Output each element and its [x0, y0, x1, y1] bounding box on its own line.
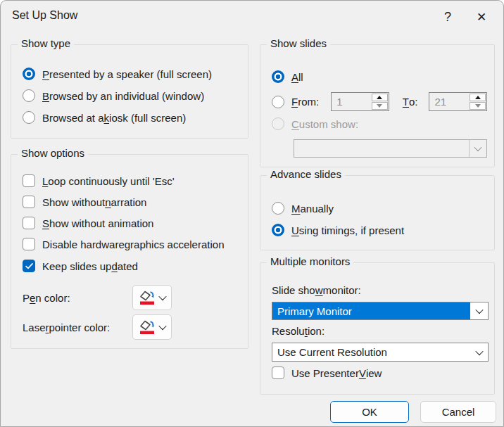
- slide-show-monitor-chevron[interactable]: [470, 302, 488, 319]
- group-show-type: Show type Presented by a speaker (full s…: [11, 44, 248, 139]
- group-show-slides-legend: Show slides: [267, 37, 330, 49]
- arrow-down-icon: [475, 104, 481, 108]
- group-multiple-monitors-legend: Multiple monitors: [267, 255, 353, 267]
- pen-color-label: Pen color:: [23, 292, 125, 304]
- slide-show-monitor-label: Slide show monitor:: [272, 284, 361, 296]
- pen-color-row: Pen color:: [23, 285, 241, 310]
- radio-row: Custom show:: [272, 117, 487, 130]
- custom-show-dropdown-chevron: [469, 140, 486, 157]
- checkbox-disable-hardware-acceleration-label[interactable]: Disable hardware graphics acceleration: [42, 238, 224, 250]
- radio-row: Manually: [272, 202, 487, 215]
- checkbox-row: Use Presenter View: [272, 367, 487, 379]
- group-advance-slides: Advance slides Manually Using timings, i…: [260, 175, 495, 250]
- radio-row: Presented by a speaker (full screen): [23, 68, 241, 80]
- arrow-up-icon: [475, 96, 481, 99]
- to-spin-buttons: [469, 93, 486, 110]
- chevron-down-icon: [475, 347, 483, 355]
- custom-show-dropdown: [294, 139, 487, 158]
- from-value: 1: [332, 93, 371, 110]
- to-spin-up-button[interactable]: [470, 94, 486, 101]
- dialog-title: Set Up Show: [12, 9, 77, 22]
- radio-all-slides-label[interactable]: All: [291, 71, 303, 83]
- radio-row: Browsed by an individual (window): [23, 89, 241, 102]
- arrow-down-icon: [377, 104, 382, 108]
- slide-show-monitor-combobox[interactable]: Primary Monitor: [272, 302, 489, 320]
- chevron-down-icon: [158, 322, 166, 330]
- radio-row: All: [272, 70, 487, 83]
- checkbox-row: Loop continuously until 'Esc': [23, 174, 241, 187]
- radio-all-slides[interactable]: [272, 70, 284, 83]
- monitor-label-row: Slide show monitor:: [272, 284, 487, 296]
- group-show-options-legend: Show options: [18, 147, 88, 159]
- resolution-chevron[interactable]: [470, 343, 488, 361]
- checkbox-row: Disable hardware graphics acceleration: [23, 238, 241, 250]
- custom-show-dropdown-value: [294, 140, 469, 157]
- laser-pointer-color-button[interactable]: [132, 314, 172, 340]
- checkbox-use-presenter-view[interactable]: [272, 367, 284, 379]
- cancel-button[interactable]: Cancel: [420, 401, 496, 423]
- checkbox-disable-hardware-acceleration[interactable]: [23, 238, 35, 250]
- checkbox-row: Show without animation: [23, 217, 241, 229]
- to-value: 21: [429, 93, 469, 110]
- radio-custom-show: [272, 117, 284, 130]
- chevron-down-icon: [158, 293, 166, 300]
- checkbox-use-presenter-view-label[interactable]: Use Presenter View: [291, 367, 382, 379]
- group-show-type-legend: Show type: [18, 37, 74, 49]
- radio-manually[interactable]: [272, 202, 284, 215]
- checkbox-row: Keep slides updated: [23, 260, 241, 272]
- radio-manually-label[interactable]: Manually: [291, 203, 334, 215]
- radio-using-timings-label[interactable]: Using timings, if present: [291, 224, 404, 236]
- laser-color-row: Laser pointer color:: [23, 314, 241, 340]
- setup-show-dialog: Set Up Show ? ✕ Show type Presented by a…: [0, 0, 504, 427]
- checkbox-loop-continuously-label[interactable]: Loop continuously until 'Esc': [42, 175, 175, 187]
- pen-color-button[interactable]: [132, 285, 172, 310]
- slide-show-monitor-value: Primary Monitor: [272, 302, 470, 319]
- group-advance-slides-legend: Advance slides: [267, 168, 345, 180]
- radio-presented-by-speaker[interactable]: [23, 68, 35, 80]
- radio-using-timings[interactable]: [272, 224, 284, 236]
- ok-button[interactable]: OK: [330, 401, 409, 423]
- checkbox-keep-slides-updated[interactable]: [23, 260, 35, 272]
- chevron-down-icon: [475, 306, 483, 314]
- resolution-combobox[interactable]: Use Current Resolution: [272, 343, 489, 362]
- radio-row: Using timings, if present: [272, 224, 487, 236]
- radio-presented-by-speaker-label[interactable]: Presented by a speaker (full screen): [42, 68, 212, 80]
- from-spinner: 1: [331, 92, 389, 111]
- check-icon: [25, 263, 33, 269]
- from-spin-up-button[interactable]: [372, 94, 388, 101]
- resolution-label: Resolution:: [272, 325, 325, 337]
- checkbox-show-without-narration-label[interactable]: Show without narration: [42, 196, 146, 208]
- title-bar: Set Up Show ? ✕: [1, 1, 503, 33]
- arrow-up-icon: [377, 96, 382, 99]
- radio-browsed-by-individual[interactable]: [23, 89, 35, 102]
- from-spin-down-button[interactable]: [372, 102, 388, 110]
- laser-pointer-color-label: Laser pointer color:: [23, 321, 125, 333]
- radio-browsed-by-individual-label[interactable]: Browsed by an individual (window): [42, 90, 204, 102]
- close-icon[interactable]: ✕: [470, 6, 493, 27]
- from-spin-buttons: [371, 93, 389, 110]
- to-label: To:: [403, 96, 422, 108]
- paint-bucket-icon: [139, 290, 156, 305]
- paint-bucket-icon: [139, 319, 156, 335]
- chevron-down-icon: [474, 144, 481, 151]
- radio-browsed-at-kiosk-label[interactable]: Browsed at a kiosk (full screen): [42, 112, 186, 124]
- checkbox-keep-slides-updated-label[interactable]: Keep slides updated: [42, 260, 138, 272]
- radio-from-to[interactable]: [272, 96, 284, 108]
- group-show-slides: Show slides All From: 1 To: 21: [260, 44, 495, 167]
- resolution-label-row: Resolution:: [272, 325, 487, 337]
- checkbox-row: Show without narration: [23, 196, 241, 208]
- checkbox-show-without-animation[interactable]: [23, 217, 35, 229]
- radio-row: Browsed at a kiosk (full screen): [23, 111, 241, 124]
- radio-custom-show-label: Custom show:: [291, 118, 358, 130]
- checkbox-loop-continuously[interactable]: [23, 174, 35, 187]
- to-spinner: 21: [429, 92, 487, 111]
- resolution-value: Use Current Resolution: [272, 343, 470, 361]
- group-multiple-monitors: Multiple monitors Slide show monitor: Pr…: [260, 262, 495, 395]
- radio-browsed-at-kiosk[interactable]: [23, 111, 35, 124]
- help-icon[interactable]: ?: [436, 6, 460, 27]
- checkbox-show-without-narration[interactable]: [23, 196, 35, 208]
- checkbox-show-without-animation-label[interactable]: Show without animation: [42, 217, 153, 229]
- to-spin-down-button[interactable]: [470, 102, 486, 110]
- from-to-row: From: 1 To: 21: [272, 92, 487, 111]
- from-label[interactable]: From:: [291, 96, 324, 108]
